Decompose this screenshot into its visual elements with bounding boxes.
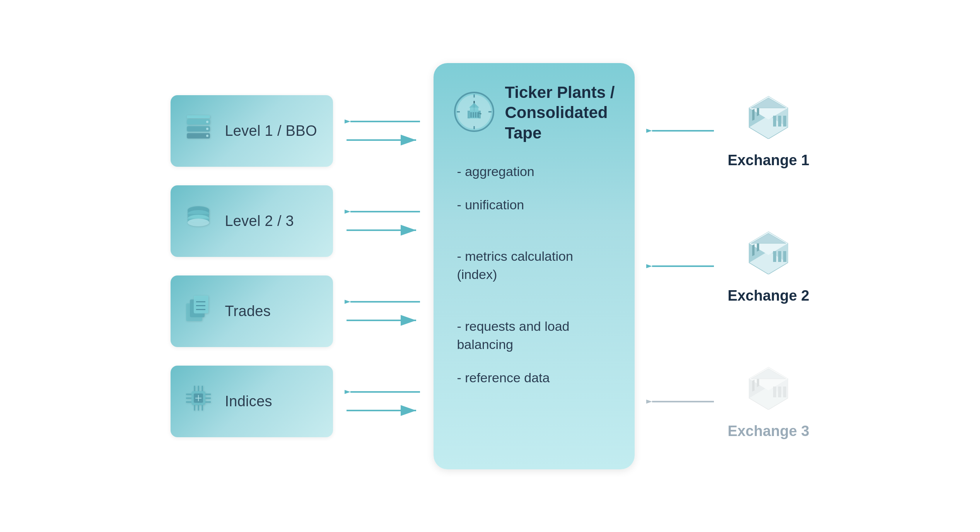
exchange1-wrap: Exchange 1 [727,67,809,195]
right-column: Exchange 1 Exchange 2 [727,63,809,469]
right-arrow-2 [646,259,716,274]
svg-rect-65 [477,112,479,118]
svg-rect-87 [773,251,776,262]
right-arrows-column [646,63,716,469]
svg-marker-102 [751,369,786,379]
left-arrows-column [345,95,422,437]
right-arrow-wrap-2 [646,198,716,334]
feature-metrics: - metrics calculation (index) [457,229,573,284]
exchange1-label: Exchange 1 [727,152,809,169]
svg-rect-16 [194,296,208,313]
svg-rect-97 [773,387,776,397]
svg-rect-90 [752,244,755,256]
svg-rect-98 [778,387,781,397]
right-arrow-3 [646,394,716,409]
level1-box: Level 1 / BBO [171,95,333,167]
svg-marker-92 [751,233,786,243]
arrow-right-1 [345,133,422,147]
svg-rect-79 [783,116,786,127]
arrow-pair-2 [345,185,422,257]
svg-marker-82 [751,98,786,108]
right-arrow-wrap-1 [646,63,716,198]
svg-rect-89 [783,251,786,262]
level1-icon [183,112,214,149]
exchange1-icon [741,92,796,146]
svg-point-13 [188,219,209,226]
feature-requests: - requests and load balancing [457,299,573,354]
arrow-right-4 [345,403,422,418]
arrow-left-3 [345,294,422,309]
svg-rect-64 [475,112,476,118]
level2-icon [183,202,214,239]
svg-rect-63 [473,112,474,118]
feature-unification: - unification [457,196,573,214]
arrow-right-2 [345,223,422,238]
trades-icon [183,293,214,330]
center-panel: Ticker Plants / Consolidated Tape - aggr… [434,63,635,469]
svg-rect-80 [752,109,755,121]
arrow-right-3 [345,313,422,328]
center-title: Ticker Plants / Consolidated Tape [505,82,615,144]
svg-rect-88 [778,251,781,262]
feature-reference: - reference data [457,369,573,387]
svg-rect-77 [773,116,776,127]
level1-label: Level 1 / BBO [225,123,317,139]
exchange3-label: Exchange 3 [727,423,809,440]
svg-rect-3 [187,115,210,118]
center-features-list: - aggregation - unification - metrics ca… [453,163,573,387]
indices-box: Indices [171,366,333,437]
ticker-plant-icon [453,91,495,135]
arrow-left-2 [345,204,422,219]
exchange2-label: Exchange 2 [727,287,809,304]
exchange3-wrap: Exchange 3 [727,338,809,465]
exchange2-icon [741,228,796,281]
arrow-pair-3 [345,275,422,347]
svg-rect-78 [778,116,781,127]
center-header: Ticker Plants / Consolidated Tape [453,82,615,144]
svg-rect-99 [783,387,786,397]
arrow-left-1 [345,114,422,129]
indices-label: Indices [225,393,272,410]
svg-rect-100 [752,380,755,392]
svg-point-6 [206,121,208,123]
trades-box: Trades [171,275,333,347]
architecture-diagram: Level 1 / BBO Level 2 / 3 [65,63,915,469]
level2-label: Level 2 / 3 [225,213,294,229]
exchange2-wrap: Exchange 2 [727,202,809,330]
svg-rect-62 [470,112,472,118]
level2-box: Level 2 / 3 [171,185,333,257]
feature-aggregation: - aggregation [457,163,573,181]
indices-icon [183,383,214,420]
trades-label: Trades [225,303,271,320]
left-column: Level 1 / BBO Level 2 / 3 [171,95,333,437]
svg-point-5 [206,128,208,130]
arrow-pair-4 [345,366,422,437]
right-arrow-1 [646,123,716,138]
arrow-pair-1 [345,95,422,167]
svg-point-4 [206,135,208,137]
arrow-left-4 [345,385,422,399]
exchange3-icon [741,363,796,417]
right-arrow-wrap-3 [646,334,716,469]
